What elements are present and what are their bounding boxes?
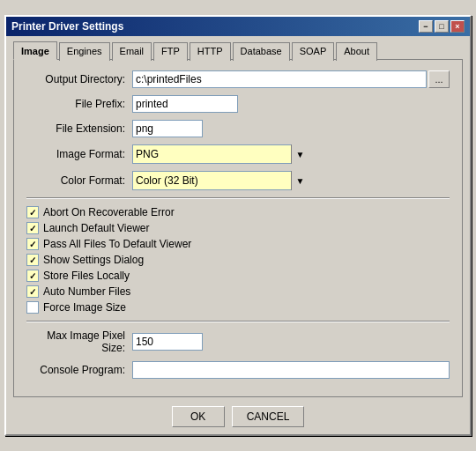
color-format-select-wrap: Color (32 Bit) Color (24 Bit) Grayscale … (132, 171, 309, 190)
ok-button[interactable]: OK (172, 406, 225, 427)
file-extension-input[interactable] (132, 120, 203, 137)
divider-1 (26, 197, 450, 199)
checkbox-store[interactable] (26, 270, 39, 282)
console-program-control (132, 361, 450, 379)
main-window: Printer Driver Settings − □ × Image Engi… (4, 15, 472, 436)
file-prefix-label: File Prefix: (26, 98, 132, 110)
tab-ftp[interactable]: FTP (153, 42, 188, 61)
image-format-control: PNG JPEG BMP TIFF ▼ (132, 144, 450, 164)
checkbox-store-label: Store Files Locally (43, 270, 130, 282)
console-program-input[interactable] (132, 361, 450, 379)
output-directory-input-group: ... (132, 70, 450, 88)
checkbox-show[interactable] (26, 254, 39, 266)
image-format-select[interactable]: PNG JPEG BMP TIFF (132, 144, 309, 164)
close-button[interactable]: × (450, 20, 465, 33)
checkbox-launch-label: Launch Default Viewer (43, 222, 150, 234)
checkbox-row-store: Store Files Locally (26, 270, 450, 282)
tab-database[interactable]: Database (233, 42, 290, 61)
checkbox-abort[interactable] (26, 206, 39, 218)
window-title: Printer Driver Settings (11, 20, 123, 33)
checkbox-abort-label: Abort On Recoverable Error (43, 206, 175, 218)
max-pixel-control (132, 333, 450, 351)
checkbox-auto-label: Auto Number Files (43, 285, 130, 298)
file-extension-label: File Extension: (26, 122, 132, 135)
checkbox-pass[interactable] (26, 238, 39, 250)
output-directory-label: Output Directory: (26, 73, 132, 85)
checkbox-force-label: Force Image Size (43, 301, 126, 314)
file-prefix-control (132, 95, 450, 113)
divider-2 (26, 321, 450, 322)
title-bar-controls: − □ × (419, 20, 465, 33)
file-prefix-input[interactable] (132, 95, 238, 113)
cancel-button[interactable]: CANCEL (232, 406, 305, 427)
minimize-button[interactable]: − (419, 20, 433, 33)
checkbox-row-launch: Launch Default Viewer (26, 222, 450, 234)
tab-about[interactable]: About (336, 42, 377, 61)
maximize-button[interactable]: □ (435, 20, 449, 33)
tab-email[interactable]: Email (112, 42, 152, 61)
checkbox-list: Abort On Recoverable Error Launch Defaul… (26, 206, 450, 314)
color-format-control: Color (32 Bit) Color (24 Bit) Grayscale … (132, 171, 450, 190)
console-program-label: Console Program: (26, 364, 132, 376)
window-body: Image Engines Email FTP HTTP Database SO… (6, 36, 470, 434)
tab-image[interactable]: Image (13, 41, 57, 60)
tab-content-image: Output Directory: ... File Prefix: File … (13, 59, 463, 397)
title-bar: Printer Driver Settings − □ × (6, 17, 470, 36)
output-directory-input[interactable] (132, 70, 427, 88)
color-format-row: Color Format: Color (32 Bit) Color (24 B… (26, 171, 450, 190)
color-format-select[interactable]: Color (32 Bit) Color (24 Bit) Grayscale … (132, 171, 309, 190)
checkbox-row-abort: Abort On Recoverable Error (26, 206, 450, 218)
output-directory-row: Output Directory: ... (26, 70, 450, 88)
file-prefix-row: File Prefix: (26, 95, 450, 113)
image-format-select-wrap: PNG JPEG BMP TIFF ▼ (132, 144, 309, 164)
browse-button[interactable]: ... (428, 70, 450, 88)
tab-http[interactable]: HTTP (190, 42, 231, 61)
checkbox-row-auto: Auto Number Files (26, 285, 450, 298)
tab-strip: Image Engines Email FTP HTTP Database SO… (13, 41, 463, 60)
output-directory-control: ... (132, 70, 450, 88)
max-pixel-label: Max Image Pixel Size: (26, 329, 132, 354)
checkbox-show-label: Show Settings Dialog (43, 254, 144, 266)
checkbox-auto[interactable] (26, 285, 39, 298)
checkbox-row-force: Force Image Size (26, 301, 450, 314)
max-pixel-row: Max Image Pixel Size: (26, 329, 450, 354)
checkbox-row-show: Show Settings Dialog (26, 254, 450, 266)
checkbox-pass-label: Pass All Files To Default Viewer (43, 238, 191, 250)
file-extension-row: File Extension: (26, 120, 450, 137)
checkbox-launch[interactable] (26, 222, 39, 234)
image-format-row: Image Format: PNG JPEG BMP TIFF ▼ (26, 144, 450, 164)
console-program-row: Console Program: (26, 361, 450, 379)
image-format-label: Image Format: (26, 148, 132, 160)
file-extension-control (132, 120, 450, 137)
color-format-label: Color Format: (26, 174, 132, 187)
max-pixel-input[interactable] (132, 333, 203, 351)
checkbox-force[interactable] (26, 301, 39, 314)
tab-soap[interactable]: SOAP (292, 42, 335, 61)
tab-engines[interactable]: Engines (59, 42, 110, 61)
checkbox-row-pass: Pass All Files To Default Viewer (26, 238, 450, 250)
button-row: OK CANCEL (13, 406, 463, 427)
